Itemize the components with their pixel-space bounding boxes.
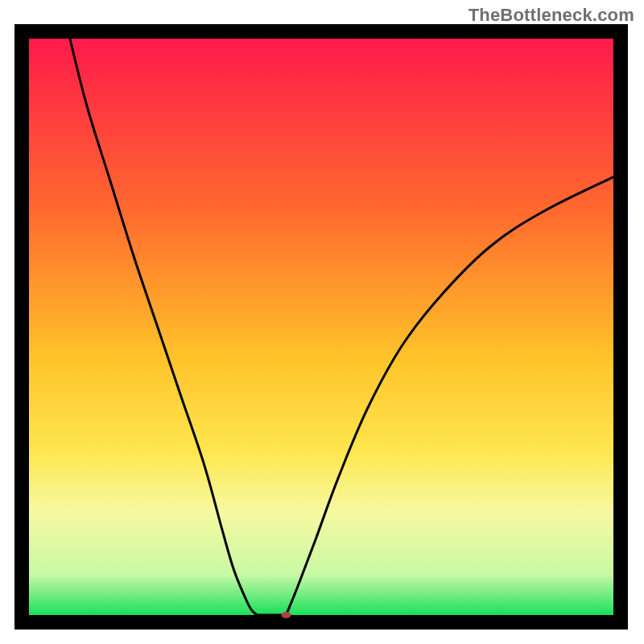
- chart-svg: [14, 24, 628, 630]
- plot-frame: [14, 24, 628, 630]
- chart-wrapper: TheBottleneck.com: [0, 0, 644, 644]
- watermark-label: TheBottleneck.com: [469, 5, 634, 26]
- notch-marker: [281, 612, 291, 618]
- gradient-background: [29, 39, 613, 615]
